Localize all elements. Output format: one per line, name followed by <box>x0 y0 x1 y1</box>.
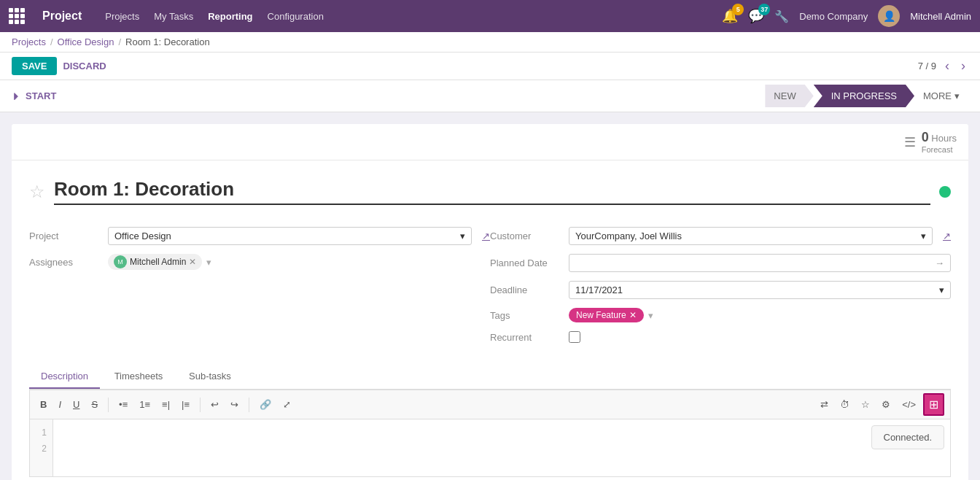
project-select[interactable]: Office Design ▾ <box>108 227 472 245</box>
status-bar: ⏵ START NEW IN PROGRESS MORE ▾ <box>0 80 980 112</box>
align-right-button[interactable]: |≡ <box>177 396 194 413</box>
start-icon: ⏵ <box>12 90 21 101</box>
assignee-name: Mitchell Admin <box>130 257 186 267</box>
editor-divider-1 <box>108 398 109 412</box>
connected-toast: Connected. <box>871 425 945 449</box>
link-button[interactable]: 🔗 <box>255 396 276 413</box>
field-tags: Tags New Feature ✕ ▾ <box>490 303 951 327</box>
nav-link-mytasks[interactable]: My Tasks <box>154 11 193 22</box>
tabs: Description Timesheets Sub-tasks <box>29 365 951 390</box>
favorite-icon[interactable]: ☆ <box>29 182 45 202</box>
planned-date-select[interactable]: → <box>569 254 951 272</box>
more-label: MORE <box>923 90 952 101</box>
breadcrumb-sep-1: / <box>50 36 53 47</box>
stage-in-progress[interactable]: IN PROGRESS <box>814 85 914 107</box>
field-planned-date: Planned Date → <box>490 249 951 276</box>
task-title[interactable]: Room 1: Decoration <box>54 178 930 205</box>
recurrent-checkbox[interactable] <box>569 331 580 343</box>
assignees-dropdown-icon: ▾ <box>206 257 211 268</box>
app-grid-icon[interactable] <box>9 8 25 24</box>
ordered-list-button[interactable]: 1≡ <box>135 396 155 413</box>
deadline-value: 11/17/2021 <box>575 284 623 295</box>
messages-button[interactable]: 💬 37 <box>748 8 764 24</box>
active-tool-button[interactable]: ⊞ <box>923 393 944 416</box>
card-header: ☰ 0 Hours Forecast <box>12 124 968 160</box>
user-name: Mitchell Admin <box>910 11 971 22</box>
customer-dropdown-icon: ▾ <box>921 231 926 241</box>
pager: 7 / 9 ‹ › <box>918 58 968 74</box>
avatar[interactable]: 👤 <box>878 5 900 27</box>
settings-button[interactable]: ⚙ <box>877 396 895 413</box>
deadline-dropdown-icon: ▾ <box>939 284 944 295</box>
editor-area[interactable]: 1 2 Connected. <box>29 419 951 477</box>
card-body: ☆ Room 1: Decoration Project Office Desi… <box>12 160 968 480</box>
tag-chip[interactable]: New Feature ✕ <box>569 308 644 322</box>
save-button[interactable]: SAVE <box>12 57 57 75</box>
project-label: Project <box>29 231 102 241</box>
editor: B I U S •≡ 1≡ ≡| |≡ ↩ ↪ 🔗 ⤢ ⇄ <box>29 390 951 477</box>
notifications-badge: 5 <box>732 4 744 15</box>
transfer-icon[interactable]: ⇄ <box>816 396 833 413</box>
bold-button[interactable]: B <box>36 396 51 413</box>
strikethrough-button[interactable]: S <box>87 396 102 413</box>
deadline-label: Deadline <box>490 284 563 295</box>
customer-external-link[interactable]: ↗ <box>943 231 951 241</box>
project-value: Office Design <box>114 231 171 241</box>
italic-button[interactable]: I <box>54 396 66 413</box>
assignees-label: Assignees <box>29 257 102 268</box>
tags-label: Tags <box>490 310 563 321</box>
editor-toolbar: B I U S •≡ 1≡ ≡| |≡ ↩ ↪ 🔗 ⤢ ⇄ <box>29 390 951 419</box>
nav-link-reporting[interactable]: Reporting <box>208 11 252 22</box>
notifications-button[interactable]: 🔔 5 <box>722 8 738 24</box>
start-button[interactable]: ⏵ START <box>12 90 56 101</box>
status-stages: NEW IN PROGRESS MORE ▾ <box>765 85 968 107</box>
tab-timesheets[interactable]: Timesheets <box>103 365 175 389</box>
align-left-button[interactable]: ≡| <box>158 396 174 413</box>
code-button[interactable]: </> <box>898 396 920 413</box>
pager-prev[interactable]: ‹ <box>942 58 952 74</box>
company-label: Demo Company <box>799 11 868 22</box>
field-customer: Customer YourCompany, Joel Willis ▾ ↗ <box>490 222 951 249</box>
discard-button[interactable]: DISCARD <box>63 61 106 71</box>
tab-subtasks[interactable]: Sub-tasks <box>177 365 243 389</box>
nav-link-projects[interactable]: Projects <box>105 11 139 22</box>
remove-tag-icon[interactable]: ✕ <box>629 310 637 320</box>
line-numbers: 1 2 <box>30 419 53 476</box>
forecast-label: Forecast <box>922 145 957 154</box>
project-external-link[interactable]: ↗ <box>482 231 490 241</box>
timer-button[interactable]: ⏱ <box>836 396 854 413</box>
breadcrumb-office-design[interactable]: Office Design <box>58 36 114 47</box>
breadcrumb: Projects / Office Design / Room 1: Decor… <box>0 32 980 53</box>
nav-link-configuration[interactable]: Configuration <box>268 11 324 22</box>
title-row: ☆ Room 1: Decoration <box>29 178 951 205</box>
editor-content[interactable]: Connected. <box>53 419 950 476</box>
customer-select[interactable]: YourCompany, Joel Willis ▾ <box>569 227 933 245</box>
unordered-list-button[interactable]: •≡ <box>114 396 132 413</box>
undo-button[interactable]: ↩ <box>206 396 223 413</box>
toolbar: SAVE DISCARD 7 / 9 ‹ › <box>0 53 980 80</box>
hours-forecast-icon: ☰ <box>904 134 916 150</box>
tab-description[interactable]: Description <box>29 365 100 389</box>
star-button[interactable]: ☆ <box>857 396 874 413</box>
nav-icons: 🔔 5 💬 37 🔧 Demo Company 👤 Mitchell Admin <box>722 5 971 27</box>
field-deadline: Deadline 11/17/2021 ▾ <box>490 276 951 303</box>
pager-next[interactable]: › <box>958 58 968 74</box>
underline-button[interactable]: U <box>69 396 84 413</box>
assignee-chip[interactable]: M Mitchell Admin ✕ <box>108 254 202 270</box>
tags-dropdown-icon: ▾ <box>648 310 653 321</box>
field-assignees: Assignees M Mitchell Admin ✕ ▾ <box>29 249 490 274</box>
task-card: ☰ 0 Hours Forecast ☆ Room 1: Decoration <box>12 124 968 480</box>
deadline-select[interactable]: 11/17/2021 ▾ <box>569 281 951 299</box>
field-project: Project Office Design ▾ ↗ <box>29 222 490 249</box>
breadcrumb-projects[interactable]: Projects <box>12 36 46 47</box>
assignee-avatar: M <box>114 255 127 268</box>
connected-text: Connected. <box>884 432 933 443</box>
stage-new[interactable]: NEW <box>765 85 813 107</box>
tag-value: New Feature <box>576 310 626 320</box>
settings-icon[interactable]: 🔧 <box>774 9 789 23</box>
planned-date-label: Planned Date <box>490 258 563 268</box>
fullscreen-button[interactable]: ⤢ <box>279 396 295 413</box>
more-button[interactable]: MORE ▾ <box>914 85 968 107</box>
redo-button[interactable]: ↪ <box>226 396 243 413</box>
remove-assignee-icon[interactable]: ✕ <box>189 257 196 267</box>
